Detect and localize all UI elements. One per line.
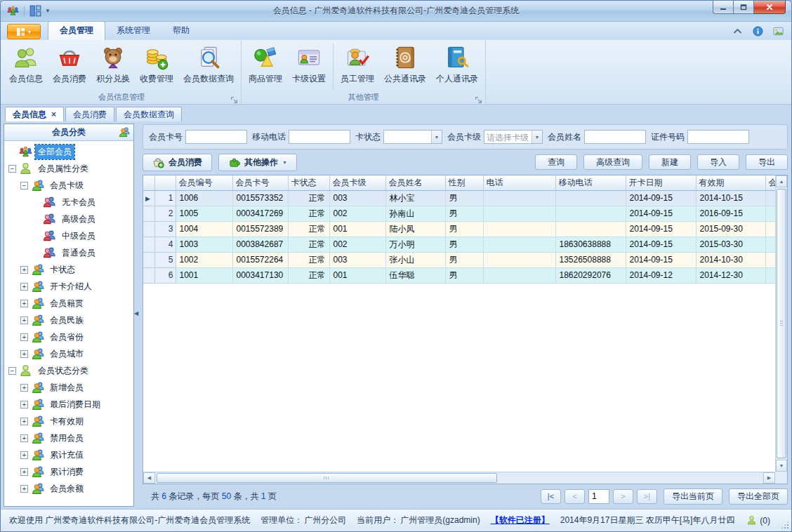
tree-item[interactable]: +累计消费 (4, 463, 133, 480)
search-input[interactable] (584, 130, 646, 144)
ribbon-tab[interactable]: 帮助 (161, 22, 201, 40)
tree-expander-icon[interactable]: + (20, 401, 28, 408)
last-page-button[interactable]: >| (637, 489, 657, 504)
quick-access-dropdown-icon[interactable]: ▼ (45, 8, 51, 14)
ribbon-button[interactable]: 会员消费 (48, 42, 91, 91)
export-current-page-button[interactable]: 导出当前页 (664, 488, 722, 505)
window-layout-icon[interactable] (29, 5, 41, 17)
tree-item[interactable]: +禁用会员 (4, 430, 133, 446)
search-select[interactable]: 请选择卡级▼ (484, 130, 543, 144)
column-header[interactable]: 移动电话 (555, 175, 626, 190)
tree-item[interactable]: −会员卡级 (4, 177, 133, 194)
tree-expander-icon[interactable]: + (20, 350, 28, 358)
tree-expander-icon[interactable]: + (20, 485, 28, 493)
tree-expander-icon[interactable]: + (20, 317, 28, 324)
search-input[interactable] (289, 130, 350, 144)
ribbon-tab[interactable]: 会员管理 (48, 21, 105, 40)
tree-expander-icon[interactable]: − (8, 367, 16, 375)
action-button[interactable]: 高级查询 (583, 154, 642, 170)
ribbon-button[interactable]: 积分兑换 (91, 42, 135, 91)
action-button[interactable]: 其他操作▼ (218, 154, 297, 171)
action-button[interactable]: 新建 (649, 154, 691, 170)
tree-expander-icon[interactable]: + (20, 283, 28, 291)
tree-item[interactable]: +新增会员 (4, 379, 133, 396)
search-input[interactable] (185, 130, 247, 144)
document-tab[interactable]: 会员信息× (5, 107, 64, 121)
table-row[interactable]: ▶110060015573352正常003林小宝男2014-09-152014-… (143, 190, 775, 206)
dialog-launcher-icon[interactable] (230, 94, 238, 102)
tree-item[interactable]: −会员状态分类 (4, 362, 133, 379)
tree-expander-icon[interactable]: + (20, 266, 28, 274)
scroll-right-icon[interactable]: ▶ (763, 472, 775, 484)
scroll-left-icon[interactable]: ◀ (143, 472, 155, 484)
app-menu-button[interactable]: ▼ (7, 24, 41, 39)
ribbon-button[interactable]: 员工管理 (336, 42, 379, 91)
tree-item[interactable]: +最后消费日期 (4, 396, 133, 413)
tree-expander-icon[interactable]: + (20, 434, 28, 442)
online-user-icon[interactable] (746, 515, 757, 526)
column-header[interactable]: 性别 (445, 175, 483, 190)
scroll-down-icon[interactable]: ▼ (776, 460, 787, 472)
collapse-ribbon-icon[interactable] (732, 25, 744, 36)
ribbon-button[interactable]: 商品管理 (244, 42, 287, 91)
horizontal-scrollbar[interactable]: ◀ ▶ (143, 472, 775, 484)
action-button[interactable]: 会员消费 (143, 154, 212, 171)
tree-expander-icon[interactable]: − (20, 182, 28, 189)
info-icon[interactable] (752, 25, 764, 36)
horizontal-scroll-thumb[interactable] (157, 473, 497, 483)
column-header[interactable]: 会员编号 (176, 175, 232, 190)
ribbon-tab[interactable]: 系统管理 (105, 22, 161, 40)
tree-item[interactable]: +会员城市 (4, 345, 133, 362)
vertical-scroll-thumb[interactable] (777, 189, 786, 458)
ribbon-button[interactable]: 卡级设置 (287, 42, 331, 91)
column-header[interactable]: 卡状态 (288, 175, 329, 190)
page-input[interactable] (588, 489, 609, 504)
column-header[interactable]: 会员 (765, 175, 775, 190)
ribbon-button[interactable]: 会员信息 (4, 42, 48, 91)
export-all-pages-button[interactable]: 导出全部页 (729, 488, 788, 505)
tree-expander-icon[interactable]: + (20, 451, 28, 459)
sidebar-splitter[interactable]: ◀ (134, 124, 140, 507)
tree-item[interactable]: −会员属性分类 (4, 160, 133, 177)
tree-expander-icon[interactable]: + (20, 384, 28, 392)
column-header[interactable]: 开卡日期 (626, 175, 696, 190)
column-header[interactable]: 有效期 (696, 175, 765, 190)
table-row[interactable]: 610010003417130正常001伍华聪男186202920762014-… (143, 267, 775, 283)
action-button[interactable]: 导出 (746, 154, 788, 170)
first-page-button[interactable]: |< (541, 489, 561, 504)
tree-item[interactable]: +卡有效期 (4, 413, 133, 430)
table-row[interactable]: 210050003417269正常002孙南山男2014-09-152016-0… (143, 206, 775, 221)
action-button[interactable]: 导入 (697, 154, 739, 170)
action-button[interactable]: 查询 (535, 154, 577, 170)
vertical-scrollbar[interactable]: ▲ ▼ (775, 175, 787, 472)
tree-expander-icon[interactable]: + (20, 418, 28, 425)
column-header[interactable]: 会员姓名 (385, 175, 445, 190)
column-header[interactable]: 会员卡级 (329, 175, 385, 190)
app-icon[interactable] (7, 5, 19, 17)
search-input[interactable] (687, 130, 749, 144)
tree-item[interactable]: 全部会员 (4, 143, 133, 160)
tree-item[interactable]: 中级会员 (4, 227, 133, 244)
license-status-link[interactable]: 【软件已注册】 (491, 514, 550, 526)
table-row[interactable]: 410030003842687正常002万小明男186306388882014-… (143, 237, 775, 252)
tree-expander-icon[interactable]: + (20, 300, 28, 307)
member-category-icon[interactable] (118, 126, 130, 138)
tree-expander-icon[interactable]: − (8, 165, 16, 173)
column-header[interactable]: 会员卡号 (232, 175, 288, 190)
gallery-icon[interactable] (772, 25, 784, 36)
tree-item[interactable]: +卡状态 (4, 261, 133, 278)
tree-item[interactable]: +会员籍贯 (4, 295, 133, 312)
tree-item[interactable]: +会员省份 (4, 328, 133, 345)
maximize-button[interactable] (734, 1, 754, 14)
tree-item[interactable]: +累计充值 (4, 446, 133, 463)
minimize-button[interactable] (713, 1, 734, 14)
close-button[interactable] (754, 1, 786, 14)
search-select[interactable]: ▼ (383, 130, 442, 144)
table-row[interactable]: 310040015572389正常001陆小凤男2014-09-152015-0… (143, 221, 775, 237)
ribbon-button[interactable]: 公共通讯录 (379, 42, 431, 91)
next-page-button[interactable]: > (613, 489, 633, 504)
dropdown-arrow-icon[interactable]: ▼ (431, 131, 442, 143)
tree-expander-icon[interactable]: + (20, 468, 28, 476)
table-row[interactable]: 510020015572264正常003张小山男135265088882014-… (143, 252, 775, 267)
tree-item[interactable]: +开卡介绍人 (4, 278, 133, 295)
